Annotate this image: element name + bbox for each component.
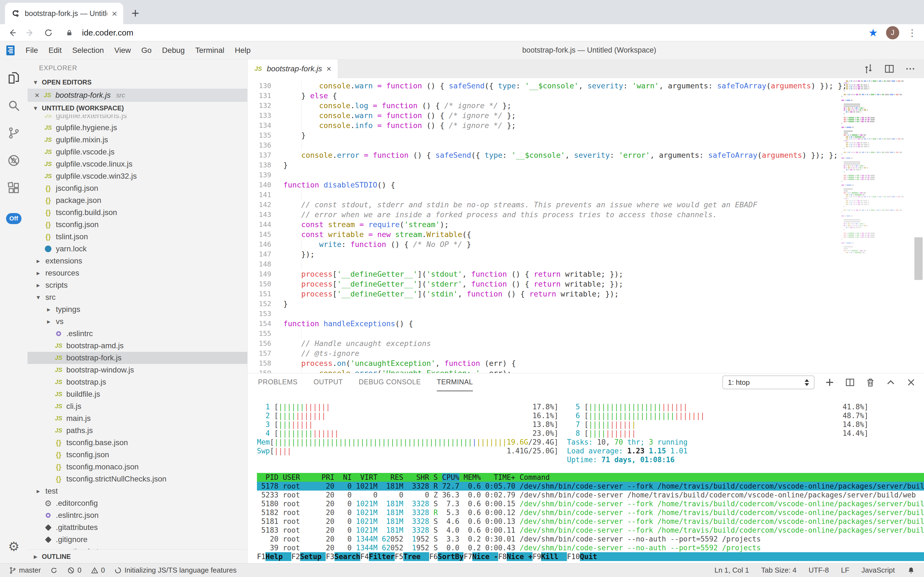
htop-process-row[interactable]: 5181 root 20 0 1021M 181M 3328 S 4.6 0.6… [257, 517, 924, 526]
tab-close-icon[interactable]: × [326, 64, 331, 74]
panel-tab-output[interactable]: OUTPUT [313, 373, 343, 392]
tree-item[interactable]: {}tslint.json [27, 231, 247, 243]
minimap[interactable] [842, 81, 911, 254]
status-ln-1-col-1[interactable]: Ln 1, Col 1 [714, 566, 749, 575]
new-tab-button[interactable]: + [132, 6, 139, 20]
status-badge[interactable]: Off [6, 213, 21, 224]
tree-item[interactable]: {}tsconfig.json [27, 219, 247, 231]
htop-process-row[interactable]: 5233 root 20 0 0 0 0 Z 36.3 0.0 0:02.79 … [257, 490, 924, 500]
editor-scrollbar[interactable] [914, 237, 922, 280]
code-line[interactable]: 133console.warn = function () { /* ignor… [247, 111, 842, 121]
code-line[interactable]: 159console.error('Uncaught Exception: ',… [247, 368, 842, 373]
tree-item[interactable]: JSbootstrap-fork.js [27, 352, 247, 364]
code-line[interactable]: 141 [247, 190, 842, 200]
back-icon[interactable] [7, 28, 17, 38]
close-panel-icon[interactable] [906, 377, 916, 388]
tree-item[interactable]: .gitignore [27, 533, 247, 546]
tree-item[interactable]: {}tsconfig.build.json [27, 206, 247, 219]
status-sync[interactable] [50, 567, 58, 574]
split-terminal-icon[interactable] [845, 377, 855, 388]
htop-process-row[interactable]: 5183 root 20 0 1021M 181M 3328 S 4.0 0.6… [257, 526, 924, 535]
code-line[interactable]: 144const stream = require('stream'); [247, 220, 842, 230]
debug-disabled-icon[interactable] [6, 153, 21, 168]
code-line[interactable]: 146write: function () { /* No OP */ } [247, 240, 842, 250]
htop-fnkey-bar[interactable]: F1Help F2Setup F3SearchF4FilterF5Tree F6… [257, 552, 924, 561]
tree-item[interactable]: {}tsconfig.base.json [27, 437, 247, 449]
code-line[interactable]: 138} [247, 160, 842, 170]
tree-item[interactable]: JSgulpfile.vscode.win32.js [27, 170, 247, 182]
tree-item[interactable]: JSgulpfile.extensions.js [27, 114, 247, 122]
code-line[interactable]: 157// @ts-ignore [247, 348, 842, 358]
editor-tab[interactable]: JS bootstrap-fork.js × [247, 60, 338, 78]
app-logo-icon[interactable] [5, 44, 16, 56]
status-error[interactable]: 0 [67, 566, 81, 575]
code-line[interactable]: 139 [247, 170, 842, 180]
menu-debug[interactable]: Debug [157, 46, 190, 55]
code-line[interactable]: 145const writable = new stream.Writable(… [247, 230, 842, 240]
tree-item[interactable]: ≡.mention-bot [27, 546, 247, 550]
tree-item[interactable]: .eslintrc.json [27, 509, 247, 521]
workspace-header[interactable]: ▾ UNTITLED (WORKSPACE) [27, 102, 247, 114]
tree-item[interactable]: JSbootstrap.js [27, 376, 247, 388]
tree-item[interactable]: {}package.json [27, 194, 247, 206]
menu-go[interactable]: Go [136, 46, 157, 55]
htop-process-row[interactable]: 5182 root 20 0 1021M 181M 3328 R 5.3 0.6… [257, 508, 924, 517]
code-line[interactable]: 158process.on('uncaughtException', funct… [247, 358, 842, 368]
tree-item[interactable]: .gitattributes [27, 521, 247, 533]
htop-process-row[interactable]: 39 root 20 0 1344M 62052 1952 S 0.0 0.2 … [257, 543, 924, 552]
code-line[interactable]: 142// const stdout, stderr and stdin be … [247, 200, 842, 210]
new-terminal-icon[interactable] [824, 377, 835, 388]
tree-item[interactable]: JSmain.js [27, 413, 247, 424]
search-icon[interactable] [6, 98, 21, 113]
code-line[interactable]: 135} [247, 131, 842, 140]
code-line[interactable]: 140function disableSTDIO() { [247, 180, 842, 190]
code-line[interactable]: 155 [247, 329, 842, 338]
code-line[interactable]: 130console.warn = function () { safeSend… [247, 81, 842, 91]
maximize-panel-icon[interactable] [885, 377, 896, 388]
terminal-select[interactable]: 1: htop [722, 376, 815, 389]
open-changes-icon[interactable] [863, 63, 874, 74]
tree-item[interactable]: JSgulpfile.vscode.js [27, 146, 247, 158]
htop-table-header[interactable]: PID USER PRI NI VIRT RES SHR S CPU% MEM%… [257, 473, 924, 482]
tree-item[interactable]: JScli.js [27, 400, 247, 413]
code-line[interactable]: 150process['__defineGetter__']('stderr',… [247, 279, 842, 289]
status-warning[interactable]: 0 [91, 566, 105, 575]
forward-icon[interactable] [25, 28, 35, 38]
code-line[interactable]: 154function handleExceptions() { [247, 319, 842, 329]
tree-item[interactable]: JSbootstrap-amd.js [27, 340, 247, 352]
url-text[interactable]: ide.coder.com [82, 28, 133, 37]
tree-item[interactable]: JSpaths.js [27, 424, 247, 437]
status-bell[interactable] [907, 566, 915, 575]
tree-item[interactable]: ▾src [27, 291, 247, 303]
menu-help[interactable]: Help [230, 46, 256, 55]
panel-tab-debug-console[interactable]: DEBUG CONSOLE [359, 373, 421, 392]
code-line[interactable]: 134console.info = function () { /* ignor… [247, 121, 842, 131]
code-line[interactable]: 137console.error = function () { safeSen… [247, 150, 842, 160]
open-editors-header[interactable]: ▾ OPEN EDITORS [27, 76, 247, 89]
menu-edit[interactable]: Edit [43, 46, 67, 55]
tree-item[interactable]: ▸resources [27, 267, 247, 279]
code-line[interactable]: 132console.log = function () { /* ignore… [247, 101, 842, 111]
code-area[interactable]: 130console.warn = function () { safeSend… [247, 81, 842, 373]
code-line[interactable]: 136 [247, 140, 842, 150]
tree-item[interactable]: JSgulpfile.hygiene.js [27, 122, 247, 134]
code-line[interactable]: 143// error when we are inside a forked … [247, 210, 842, 220]
split-editor-icon[interactable] [884, 63, 895, 74]
htop-process-row[interactable]: 5178 root 20 0 1021M 181M 3328 R 72.7 0.… [257, 482, 924, 490]
tree-item[interactable]: ▸scripts [27, 279, 247, 291]
status-lf[interactable]: LF [841, 566, 849, 575]
code-line[interactable]: 147}); [247, 250, 842, 259]
avatar[interactable]: J [886, 26, 899, 39]
code-line[interactable]: 149process['__defineGetter__']('stdout',… [247, 269, 842, 279]
kill-terminal-icon[interactable] [865, 377, 876, 388]
code-editor[interactable]: 130console.warn = function () { safeSend… [247, 78, 924, 373]
panel-tab-terminal[interactable]: TERMINAL [437, 373, 473, 392]
tree-item[interactable]: {}tsconfig.json [27, 449, 247, 461]
code-line[interactable]: 131} else { [247, 91, 842, 101]
tree-item[interactable]: ▸extensions [27, 255, 247, 267]
explorer-icon[interactable] [6, 71, 21, 85]
open-editor-item[interactable]: × JS bootstrap-fork.js src [27, 89, 247, 102]
status-branch[interactable]: master [9, 566, 41, 575]
source-control-icon[interactable] [6, 126, 21, 140]
tree-item[interactable]: ▸typings [27, 303, 247, 316]
